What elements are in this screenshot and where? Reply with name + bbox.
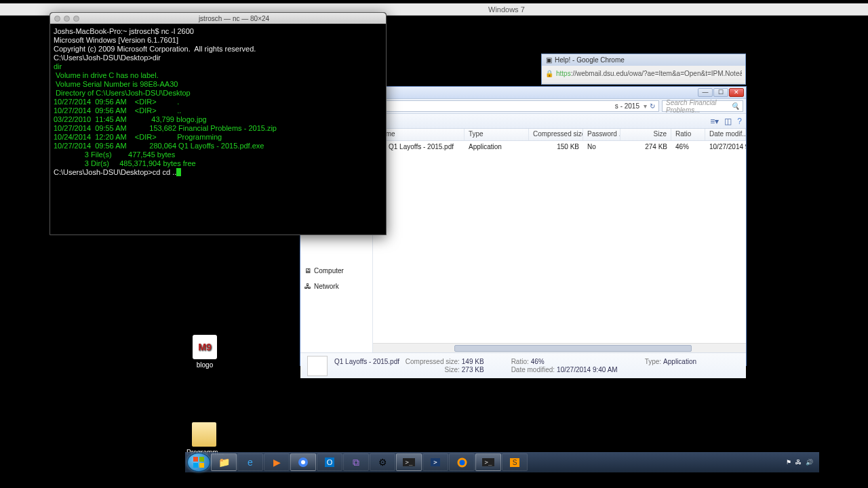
taskbar-ie[interactable]: e xyxy=(237,453,263,471)
taskbar-sublime[interactable]: S xyxy=(502,453,528,471)
close-button[interactable]: ✕ xyxy=(729,88,744,97)
network-icon: 🖧 xyxy=(304,283,311,290)
desktop-icon-programming[interactable]: Programm... xyxy=(186,422,222,456)
minimize-button[interactable]: — xyxy=(698,88,713,97)
tray-network-icon[interactable]: 🖧 xyxy=(795,459,802,466)
terminal-body[interactable]: Joshs-MacBook-Pro:~ jstrosch$ nc -l 2600… xyxy=(50,24,386,180)
col-size[interactable]: Size xyxy=(620,129,671,140)
file-ratio: 46% xyxy=(671,142,705,151)
image-icon: M9 xyxy=(193,335,217,359)
tray-flag-icon[interactable]: ⚑ xyxy=(786,459,791,466)
explorer-content: Name Type Compressed size Password ... S… xyxy=(373,129,746,352)
view-menu-icon[interactable]: ≡▾ xyxy=(710,117,719,126)
taskbar-cmd[interactable]: >_ xyxy=(396,453,422,471)
taskbar-tool[interactable]: ⚙ xyxy=(370,453,395,471)
svg-point-7 xyxy=(459,460,465,465)
col-password[interactable]: Password ... xyxy=(583,129,620,140)
details-pane: Q1 Layoffs - 2015.pdf Compressed size: 1… xyxy=(300,352,746,378)
tray-volume-icon[interactable]: 🔊 xyxy=(806,459,813,466)
search-input[interactable]: Search Financial Problems... 🔍 xyxy=(662,100,743,112)
chrome-url[interactable]: https://webmail.dsu.edu/owa/?ae=Item&a=O… xyxy=(556,70,742,77)
computer-icon: 🖥 xyxy=(304,267,311,274)
file-pwd: No xyxy=(583,142,620,151)
taskbar-visualstudio[interactable]: ⧉ xyxy=(343,453,369,471)
path-tail: s - 2015 xyxy=(615,102,639,110)
file-list[interactable]: Q1 Layoffs - 2015.pdf Application 150 KB… xyxy=(373,141,746,343)
horizontal-scrollbar[interactable] xyxy=(373,343,746,352)
file-csize: 150 KB xyxy=(529,142,583,151)
scrollbar-thumb[interactable] xyxy=(454,345,692,352)
terminal-titlebar[interactable]: jstrosch — nc — 80×24 xyxy=(50,13,386,24)
col-name[interactable]: Name xyxy=(373,129,465,140)
icon-label: blogo xyxy=(197,361,213,369)
search-icon[interactable]: 🔍 xyxy=(731,102,739,110)
desktop-icon-blogo[interactable]: M9 blogo xyxy=(187,335,222,369)
svg-rect-3 xyxy=(199,463,204,468)
svg-rect-1 xyxy=(199,457,204,462)
vm-title: Windows 7 xyxy=(488,3,525,16)
col-date[interactable]: Date modif... xyxy=(705,129,746,140)
taskbar-explorer[interactable]: 📁 xyxy=(211,453,237,471)
svg-point-5 xyxy=(301,460,305,464)
terminal-window[interactable]: jstrosch — nc — 80×24 Joshs-MacBook-Pro:… xyxy=(50,12,387,235)
chrome-window[interactable]: ▣ Help! - Google Chrome 🔒 https://webmai… xyxy=(541,54,746,85)
taskbar-wmp[interactable]: ▶ xyxy=(264,453,290,471)
taskbar[interactable]: 📁 e ▶ O ⧉ ⚙ >_ > >_ S ⚑ 🖧 🔊 xyxy=(185,452,819,472)
svg-rect-2 xyxy=(193,463,198,468)
col-type[interactable]: Type xyxy=(465,129,529,140)
col-compressed-size[interactable]: Compressed size xyxy=(529,129,583,140)
taskbar-powershell[interactable]: > xyxy=(422,453,448,471)
lock-icon: 🔒 xyxy=(545,70,553,77)
sidebar-item-computer[interactable]: 🖥 Computer xyxy=(303,266,370,276)
chrome-titlebar[interactable]: ▣ Help! - Google Chrome xyxy=(542,54,745,66)
help-icon[interactable]: ? xyxy=(737,117,742,126)
svg-rect-0 xyxy=(193,457,198,462)
folder-icon xyxy=(192,422,216,447)
taskbar-outlook[interactable]: O xyxy=(317,453,342,471)
close-icon[interactable] xyxy=(54,16,60,22)
start-button[interactable] xyxy=(187,453,210,472)
minimize-icon[interactable] xyxy=(64,16,70,22)
sidebar-item-network[interactable]: 🖧 Network xyxy=(303,281,370,291)
file-date: 10/27/2014 9... xyxy=(705,142,746,151)
chrome-tab-title: Help! - Google Chrome xyxy=(555,56,625,64)
col-ratio[interactable]: Ratio xyxy=(671,129,705,140)
taskbar-firefox[interactable] xyxy=(449,453,475,471)
file-row[interactable]: Q1 Layoffs - 2015.pdf Application 150 KB… xyxy=(373,141,746,152)
taskbar-cmd2[interactable]: >_ xyxy=(475,453,501,471)
file-size: 274 KB xyxy=(620,142,671,151)
file-name: Q1 Layoffs - 2015.pdf xyxy=(389,143,454,150)
zoom-icon[interactable] xyxy=(73,16,79,22)
system-tray[interactable]: ⚑ 🖧 🔊 xyxy=(786,459,817,466)
preview-pane-icon[interactable]: ◫ xyxy=(724,117,732,126)
details-icon xyxy=(307,356,328,376)
chrome-addressbar[interactable]: 🔒 https://webmail.dsu.edu/owa/?ae=Item&a… xyxy=(542,66,745,81)
details-name: Q1 Layoffs - 2015.pdf xyxy=(334,358,399,365)
chevron-down-icon[interactable]: ▾ xyxy=(644,102,647,110)
taskbar-chrome[interactable] xyxy=(290,453,316,471)
page-icon: ▣ xyxy=(546,56,552,64)
refresh-icon[interactable]: ↻ xyxy=(650,102,655,110)
maximize-button[interactable]: ☐ xyxy=(713,88,728,97)
column-headers[interactable]: Name Type Compressed size Password ... S… xyxy=(373,129,746,141)
terminal-title: jstrosch — nc — 80×24 xyxy=(86,15,382,22)
file-type: Application xyxy=(465,142,529,151)
